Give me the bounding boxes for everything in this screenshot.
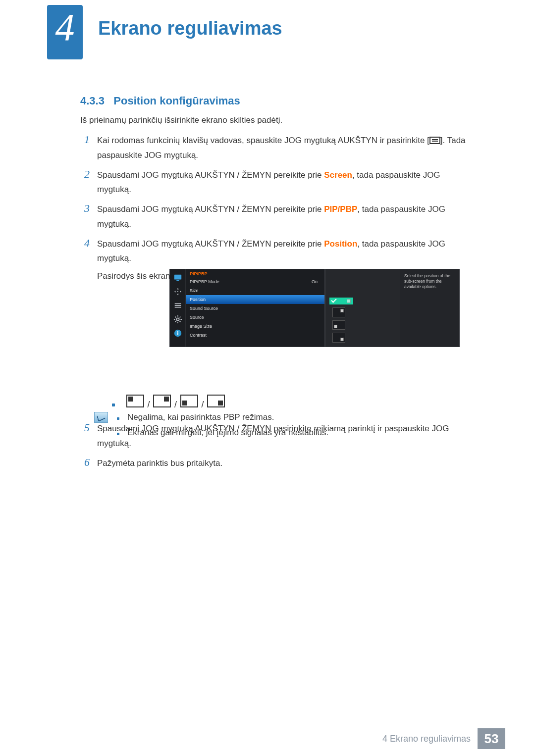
step-3-highlight: PIP/PBP [324,204,357,214]
move-arrows-icon [173,287,182,296]
svg-rect-1 [176,280,179,281]
step-number: 1 [84,133,97,163]
bullet-icon [117,417,119,420]
osd-item-sound-source: Sound Source [186,304,324,313]
svg-rect-7 [177,332,178,335]
note-item: Ekranas gali mirgėti, jei įėjimo signala… [117,425,328,441]
note-text: Ekranas gali mirgėti, jei įėjimo signala… [127,425,328,441]
step-number: 3 [84,202,97,232]
step-6: 6 Pažymėta parinktis bus pritaikyta. [84,456,471,471]
footer-chapter-text: 4 Ekrano reguliavimas [382,734,471,744]
osd-item-label: Position [190,297,206,302]
svg-rect-0 [174,275,181,280]
step-3: 3 Spausdami JOG mygtuką AUKŠTYN / ŽEMYN … [84,202,471,232]
osd-icon-sidebar [170,269,186,347]
osd-description-panel: Select the position of the sub-screen fr… [400,269,459,347]
step-2-pre: Spausdami JOG mygtuką AUKŠTYN / ŽEMYN pe… [97,170,324,180]
osd-item-label: Source [190,315,204,320]
position-selected-row [329,298,396,304]
separator: / [201,400,204,409]
separator: / [147,400,150,409]
osd-item-source: Source [186,313,324,322]
osd-title: PIP/PBP [186,269,324,277]
svg-point-5 [176,318,179,320]
step-1-text-pre: Kai rodomas funkcinių klavišų vadovas, s… [97,136,429,145]
osd-position-preview [325,269,400,347]
gear-icon [173,315,182,324]
osd-item-label: Size [190,288,199,293]
osd-menu-panel: PIP/PBP PIP/PBP Mode On Size Position So… [169,269,325,347]
step-number: 2 [84,168,97,198]
step-1: 1 Kai rodomas funkcinių klavišų vadovas,… [84,133,471,163]
osd-item-position-selected: Position [186,295,324,304]
osd-item-label: Sound Source [190,306,218,311]
position-icon-bottom-left [332,320,345,330]
step-6-text: Pažymėta parinktis bus pritaikyta. [97,456,471,471]
osd-item-label: Contrast [190,333,207,338]
osd-preview-panel: Select the position of the sub-screen fr… [325,269,460,347]
bullet-icon [117,433,119,435]
bullet-icon [112,403,115,406]
step-4-pre: Spausdami JOG mygtuką AUKŠTYN / ŽEMYN pe… [97,239,324,249]
svg-rect-2 [174,303,181,304]
note-list: Negalima, kai pasirinktas PBP režimas. E… [117,410,328,440]
position-bottom-right-icon [207,395,225,407]
step-2: 2 Spausdami JOG mygtuką AUKŠTYN / ŽEMYN … [84,168,471,198]
page-footer: 4 Ekrano reguliavimas 53 [382,728,505,749]
position-top-right-icon [153,395,171,407]
position-bottom-left-icon [180,395,198,407]
position-selected-indicator [329,298,353,304]
footer-page-number: 53 [478,728,505,749]
step-number: 6 [84,456,97,471]
section-title: Position konfigūravimas [113,95,240,107]
step-2-highlight: Screen [324,170,352,180]
osd-item-label: PIP/PBP Mode [190,279,219,284]
step-3-pre: Spausdami JOG mygtuką AUKŠTYN / ŽEMYN pe… [97,204,324,214]
menu-icon [429,137,440,144]
note-icon [94,412,108,423]
osd-item-mode: PIP/PBP Mode On [186,277,324,286]
separator: / [174,400,177,409]
osd-item-value: On [312,279,318,284]
position-top-left-icon [126,395,144,407]
position-icon-bottom-right [332,333,345,343]
osd-item-contrast: Contrast [186,331,324,340]
chapter-number-tab: 4 [47,5,83,59]
section-heading: 4.3.3 Position konfigūravimas [80,95,240,107]
osd-item-label: Image Size [190,324,212,329]
step-4-highlight: Position [324,239,357,249]
note-item: Negalima, kai pasirinktas PBP režimas. [117,410,328,425]
note-text: Negalima, kai pasirinktas PBP režimas. [127,410,274,425]
monitor-icon [173,273,182,282]
section-number: 4.3.3 [80,95,105,107]
osd-menu-list: PIP/PBP PIP/PBP Mode On Size Position So… [186,269,324,347]
list-icon [173,301,182,310]
svg-rect-3 [174,305,181,306]
osd-description-text: Select the position of the sub-screen fr… [404,273,455,290]
section-intro: Iš prieinamų parinkčių išsirinkite ekran… [80,115,282,125]
chapter-title: Ekrano reguliavimas [98,18,282,39]
osd-item-image-size: Image Size [186,322,324,331]
svg-rect-4 [174,307,181,308]
step-number: 4 [84,237,97,417]
osd-item-size: Size [186,286,324,295]
svg-rect-8 [177,331,178,332]
info-icon [173,329,182,338]
note-block: Negalima, kai pasirinktas PBP režimas. E… [94,410,471,440]
position-icon-top-right [332,307,345,317]
